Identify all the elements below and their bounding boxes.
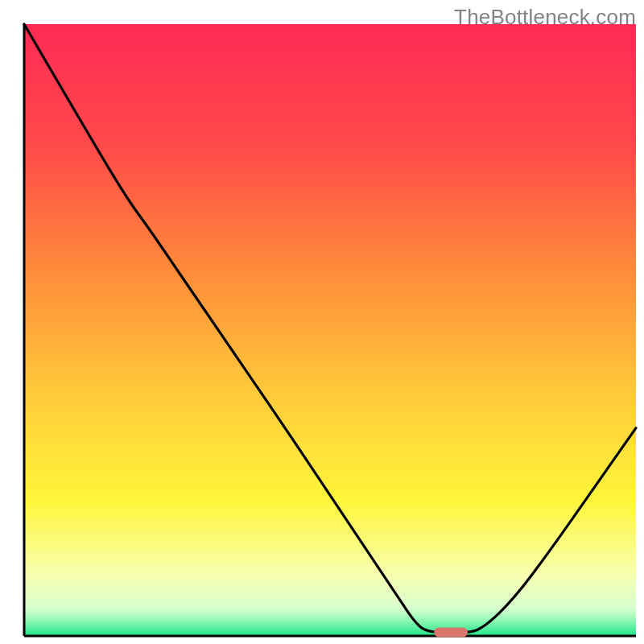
watermark-text: TheBottleneck.com [454, 5, 636, 30]
plot-background [24, 24, 636, 636]
bottleneck-chart [0, 0, 644, 644]
optimal-marker [434, 627, 468, 637]
chart-container: TheBottleneck.com [0, 0, 644, 644]
